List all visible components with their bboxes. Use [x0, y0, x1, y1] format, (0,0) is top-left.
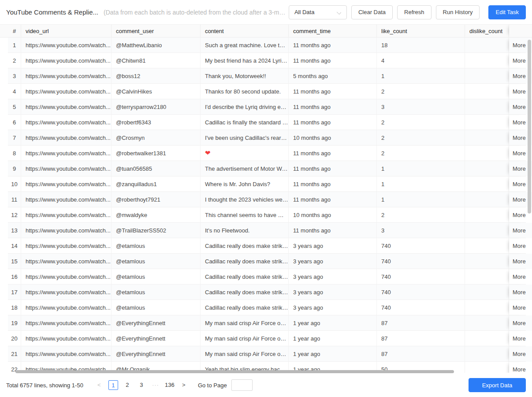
more-link[interactable]: More	[509, 207, 526, 223]
cell-comment-time: 11 months ago	[289, 115, 377, 130]
cell-like-count: 740	[377, 285, 465, 300]
cell-video-url: https://www.youtube.com/watch...	[21, 68, 112, 84]
col-header-comment-time: comment_time	[289, 25, 377, 37]
cell-index: 2	[8, 53, 21, 68]
prev-page-button[interactable]: <	[94, 380, 104, 390]
cell-comment-time: 3 years ago	[289, 300, 377, 315]
cell-content: Cadillac really does make strikin...	[201, 285, 289, 300]
more-link[interactable]: More	[509, 254, 526, 269]
data-filter-select[interactable]: All Data	[289, 5, 347, 19]
cell-content: My man said crisp Air Force one...	[201, 346, 289, 362]
table-row: 13 https://www.youtube.com/watch... @Tra…	[8, 223, 532, 238]
more-link[interactable]: More	[509, 346, 526, 362]
cell-index: 19	[8, 315, 21, 331]
more-link[interactable]: More	[509, 331, 526, 346]
cell-video-url: https://www.youtube.com/watch...	[21, 238, 112, 254]
export-data-button[interactable]: Export Data	[469, 378, 526, 392]
cell-video-url: https://www.youtube.com/watch...	[21, 130, 112, 146]
cell-comment-user: @EverythingEnnett	[112, 331, 201, 346]
cell-comment-time: 5 months ago	[289, 68, 377, 84]
cell-comment-time: 3 years ago	[289, 285, 377, 300]
cell-dislike-count	[465, 192, 509, 207]
cell-index: 8	[8, 146, 21, 161]
cell-like-count: 740	[377, 269, 465, 285]
cell-comment-user: @etamlous	[112, 300, 201, 315]
vertical-scrollbar[interactable]	[528, 40, 531, 213]
table-row: 17 https://www.youtube.com/watch... @eta…	[8, 285, 532, 300]
goto-page-input[interactable]	[231, 379, 253, 391]
cell-video-url: https://www.youtube.com/watch...	[21, 84, 112, 99]
cell-like-count: 2	[377, 115, 465, 130]
refresh-button[interactable]: Refresh	[397, 5, 432, 19]
cell-index: 9	[8, 161, 21, 176]
cell-content: Cadillac really does make strikin...	[201, 269, 289, 285]
cell-video-url: https://www.youtube.com/watch...	[21, 161, 112, 176]
cell-video-url: https://www.youtube.com/watch...	[21, 37, 112, 53]
cell-dislike-count	[465, 238, 509, 254]
edit-task-button[interactable]: Edit Task	[488, 5, 526, 19]
more-link[interactable]: More	[509, 53, 526, 68]
cell-index: 15	[8, 254, 21, 269]
cell-comment-user: @boss12	[112, 68, 201, 84]
more-link[interactable]: More	[509, 37, 526, 53]
more-link[interactable]: More	[509, 146, 526, 161]
cell-comment-time: 11 months ago	[289, 37, 377, 53]
run-history-button[interactable]: Run History	[436, 5, 480, 19]
more-link[interactable]: More	[509, 99, 526, 115]
cell-dislike-count	[465, 84, 509, 99]
cell-comment-time: 11 months ago	[289, 223, 377, 238]
table-row: 21 https://www.youtube.com/watch... @Eve…	[8, 346, 532, 362]
cell-index: 16	[8, 269, 21, 285]
cell-video-url: https://www.youtube.com/watch...	[21, 223, 112, 238]
cell-comment-user: @Crosmyn	[112, 130, 201, 146]
cell-content: My man said crisp Air Force one...	[201, 315, 289, 331]
more-link[interactable]: More	[509, 161, 526, 176]
cell-content: ❤	[201, 146, 289, 161]
page-button-1[interactable]: 1	[108, 380, 118, 390]
cell-content: I'd describe the Lyriq driving exp...	[201, 99, 289, 115]
more-link[interactable]: More	[509, 130, 526, 146]
more-link[interactable]: More	[509, 115, 526, 130]
page-button-3[interactable]: 3	[137, 380, 146, 390]
cell-comment-time: 11 months ago	[289, 146, 377, 161]
page-button-2[interactable]: 2	[123, 380, 132, 390]
more-link[interactable]: More	[509, 238, 526, 254]
cell-video-url: https://www.youtube.com/watch...	[21, 300, 112, 315]
more-link[interactable]: More	[509, 68, 526, 84]
more-link[interactable]: More	[509, 269, 526, 285]
cell-comment-time: 1 year ago	[289, 346, 377, 362]
more-link[interactable]: More	[509, 362, 526, 373]
col-header-more	[509, 25, 526, 37]
cell-comment-time: 3 years ago	[289, 254, 377, 269]
cell-video-url: https://www.youtube.com/watch...	[21, 254, 112, 269]
clear-data-button[interactable]: Clear Data	[351, 5, 393, 19]
more-link[interactable]: More	[509, 192, 526, 207]
cell-comment-time: 3 years ago	[289, 269, 377, 285]
col-header-comment-user: comment_user	[112, 25, 201, 37]
total-lines-text: Total 6757 lines, showing 1-50	[6, 382, 83, 389]
cell-comment-time: 10 months ago	[289, 207, 377, 223]
toolbar: All Data Clear Data Refresh Run History …	[289, 5, 526, 19]
more-link[interactable]: More	[509, 176, 526, 192]
cell-like-count: 3	[377, 99, 465, 115]
cell-like-count: 1	[377, 161, 465, 176]
cell-like-count: 740	[377, 238, 465, 254]
horizontal-scrollbar[interactable]	[15, 370, 454, 373]
auto-delete-note: (Data from each batch is auto-deleted fr…	[104, 9, 289, 16]
cell-content: Cadillac really does make strikin...	[201, 300, 289, 315]
more-link[interactable]: More	[509, 84, 526, 99]
cell-content: My man said crisp Air Force one...	[201, 331, 289, 346]
more-link[interactable]: More	[509, 285, 526, 300]
page-button-136[interactable]: 136	[165, 380, 175, 390]
more-link[interactable]: More	[509, 300, 526, 315]
next-page-button[interactable]: >	[179, 380, 189, 390]
more-link[interactable]: More	[509, 223, 526, 238]
table-row: 11 https://www.youtube.com/watch... @rob…	[8, 192, 532, 207]
more-link[interactable]: More	[509, 315, 526, 331]
cell-dislike-count	[465, 53, 509, 68]
cell-content: Cadillac really does make strikin...	[201, 238, 289, 254]
cell-comment-user: @robertf6343	[112, 115, 201, 130]
cell-like-count: 2	[377, 207, 465, 223]
cell-like-count: 2	[377, 146, 465, 161]
cell-like-count: 1	[377, 176, 465, 192]
